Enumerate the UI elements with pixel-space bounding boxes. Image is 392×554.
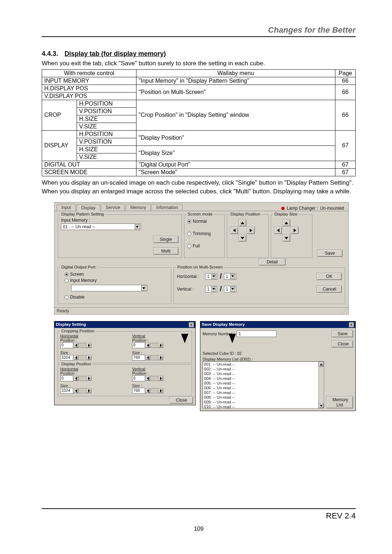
multi-button[interactable]: Multi: [153, 247, 179, 255]
dpos-down-button[interactable]: [238, 234, 246, 242]
dec-icon[interactable]: [73, 388, 78, 393]
lamp-label: Lamp Changer :: [287, 206, 318, 211]
inc-icon[interactable]: [86, 355, 91, 360]
radio-disable[interactable]: Disable: [65, 295, 168, 300]
dec-icon[interactable]: [73, 376, 78, 381]
crop-v-pos-stepper[interactable]: 0: [132, 342, 189, 348]
pos-label: Position :: [132, 338, 189, 342]
dsize-left-button[interactable]: [274, 227, 282, 234]
poms-v2-select[interactable]: 1: [224, 286, 236, 292]
rev-label: REV 2.4: [42, 511, 356, 521]
inc-icon[interactable]: [158, 388, 163, 393]
inc-icon[interactable]: [86, 388, 91, 393]
page-number: 109: [42, 526, 356, 532]
poms-v1-select[interactable]: 1: [205, 286, 217, 292]
input-memory-dropdown[interactable]: 01 : -- Un-read --: [61, 223, 141, 230]
tab-information[interactable]: Information: [151, 204, 183, 211]
dsize-right-button[interactable]: [291, 227, 299, 234]
list-item[interactable]: 005: -- Un-read --: [204, 381, 317, 386]
scroll-up-icon[interactable]: [319, 362, 324, 367]
intro-paragraph: When you exit the tab, click "Save" butt…: [42, 59, 356, 68]
scrollbar[interactable]: [318, 362, 324, 408]
crop-h-pos-stepper[interactable]: 0: [60, 342, 118, 348]
inc-icon[interactable]: [158, 376, 163, 381]
poms-cancel-button[interactable]: Cancel: [317, 286, 342, 293]
input-memory-label: Input Memory :: [61, 218, 179, 223]
tab-input[interactable]: Input: [57, 204, 76, 211]
save-dm-close-button[interactable]: Close: [331, 340, 353, 348]
list-item[interactable]: 002: -- Un-read --: [204, 367, 317, 372]
single-button[interactable]: Single: [153, 236, 179, 243]
memory-number-input[interactable]: 1: [237, 331, 277, 337]
dsize-down-button[interactable]: [282, 234, 290, 242]
row-screen-mode: SCREEN MODE: [42, 168, 136, 176]
radio-screen[interactable]: Screen: [65, 272, 168, 277]
detail-button[interactable]: Detail: [259, 258, 286, 266]
chevron-down-icon: [230, 274, 235, 279]
radio-inputmem-label: Input Memory: [70, 278, 97, 283]
list-item[interactable]: 010: -- Un-read --: [204, 405, 317, 409]
dec-icon[interactable]: [145, 388, 150, 393]
crop-v-size-stepper[interactable]: 768: [132, 355, 189, 361]
cell: V.SIZE: [77, 153, 136, 161]
cell: "Crop Position" in "Display Setting" win…: [136, 100, 335, 130]
dpos-right-button[interactable]: [247, 227, 255, 234]
dec-icon[interactable]: [145, 376, 150, 381]
crop-h-size-stepper[interactable]: 1024: [60, 355, 118, 361]
inc-icon[interactable]: [86, 376, 91, 381]
display-setting-title: Display Setting: [56, 322, 86, 327]
tabbar: Input Display Service Memory Information…: [54, 202, 348, 211]
dec-icon[interactable]: [73, 343, 78, 348]
dpos-left-button[interactable]: [230, 227, 238, 234]
cell: H.POSITION: [77, 100, 136, 107]
radio-trimming[interactable]: Trimming: [187, 231, 221, 236]
display-setting-close-button[interactable]: Close: [170, 397, 193, 404]
list-item[interactable]: 008: -- Un-read --: [204, 395, 317, 400]
disp-h-size-stepper[interactable]: 1024: [60, 388, 118, 394]
inc-icon[interactable]: [158, 343, 163, 348]
radio-inputmem[interactable]: Input Memory: [65, 278, 168, 283]
list-item[interactable]: 007: -- Un-read --: [204, 390, 317, 395]
dsize-up-button[interactable]: [282, 219, 290, 226]
tab-display[interactable]: Display: [77, 204, 100, 211]
dec-icon[interactable]: [73, 355, 78, 360]
disp-v-size-stepper[interactable]: 768: [132, 388, 189, 394]
list-item[interactable]: 009: -- Un-read --: [204, 400, 317, 405]
tab-service[interactable]: Service: [101, 204, 125, 211]
close-icon[interactable]: ×: [349, 322, 354, 327]
scroll-down-icon[interactable]: [319, 403, 324, 408]
poms-h2-select[interactable]: 1: [224, 273, 236, 280]
radio-disable-label: Disable: [70, 295, 85, 300]
inc-icon[interactable]: [86, 343, 91, 348]
dpos-up-button[interactable]: [238, 219, 246, 226]
dop-dropdown[interactable]: [71, 285, 147, 291]
list-item[interactable]: 004: -- Un-read --: [204, 376, 317, 381]
dec-icon[interactable]: [145, 355, 150, 360]
radio-full[interactable]: Full: [187, 243, 221, 249]
page-header: Changes for the Better: [42, 25, 356, 37]
poms-h-label: Horizontal :: [177, 274, 203, 279]
radio-normal[interactable]: Normal: [187, 219, 221, 224]
save-dm-save-button[interactable]: Save: [331, 330, 353, 337]
memory-list-button[interactable]: Memory List: [326, 396, 353, 409]
list-item[interactable]: 006: -- Un-read --: [204, 386, 317, 390]
list-item[interactable]: 001: -- Un-read --: [204, 362, 317, 367]
row-vdisplay-pos: V.DISPLAY POS: [42, 92, 136, 100]
status-bar: Ready ⋰: [54, 307, 348, 314]
close-icon[interactable]: ×: [189, 322, 194, 327]
table-header-menu: Wallaby menu: [136, 69, 335, 77]
poms-v-label: Vertical :: [177, 287, 203, 292]
mapping-table: With remote control Wallaby menu Page IN…: [42, 69, 356, 176]
list-item[interactable]: 003: -- Un-read --: [204, 372, 317, 376]
inc-icon[interactable]: [158, 355, 163, 360]
disp-v-pos-stepper[interactable]: 0: [132, 376, 189, 381]
size-label: Size :: [132, 350, 189, 355]
poms-ok-button[interactable]: OK: [317, 273, 342, 280]
dec-icon[interactable]: [145, 343, 150, 348]
dm-listbox[interactable]: 001: -- Un-read --002: -- Un-read --003:…: [203, 361, 324, 409]
poms-h1-select[interactable]: 1: [205, 273, 217, 280]
save-button[interactable]: Save: [317, 250, 343, 257]
disp-h-pos-stepper[interactable]: 0: [60, 376, 118, 381]
tab-memory[interactable]: Memory: [126, 204, 151, 211]
dps-legend: Display Pattern Setting: [60, 212, 105, 216]
